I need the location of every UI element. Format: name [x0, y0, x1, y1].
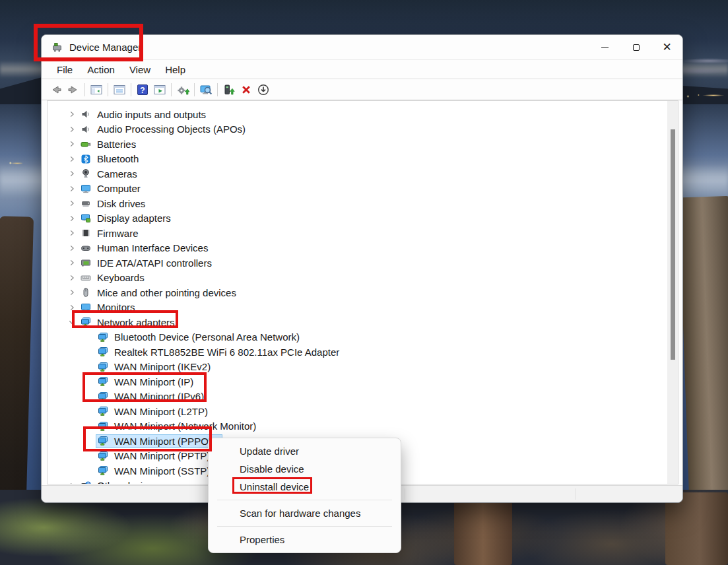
scrollbar-thumb[interactable] — [671, 129, 675, 360]
tree-item[interactable]: Keyboards — [48, 271, 667, 286]
menu-view[interactable]: View — [122, 64, 158, 75]
tree-item[interactable]: Firmware — [48, 226, 667, 241]
chevron-right-icon[interactable] — [65, 228, 79, 238]
tree-item[interactable]: Mice and other pointing devices — [48, 285, 667, 300]
tree-item[interactable]: Human Interface Devices — [48, 241, 667, 256]
tree-item-target[interactable]: WAN Miniport (L2TP) — [96, 405, 212, 418]
help-icon[interactable]: ? — [134, 82, 151, 98]
chevron-right-icon[interactable] — [65, 243, 79, 253]
chevron-right-icon[interactable] — [65, 109, 79, 119]
tree-item-target[interactable]: Monitors — [79, 300, 139, 314]
tree-item-target[interactable]: WAN Miniport (IPv6) — [96, 389, 208, 403]
chevron-right-icon[interactable] — [65, 302, 79, 313]
chevron-down-icon[interactable] — [65, 317, 79, 327]
chevron-right-icon[interactable] — [65, 481, 79, 484]
statusbar-separator — [575, 488, 576, 500]
tree-item[interactable]: Audio inputs and outputs — [48, 107, 667, 122]
tree-item[interactable]: IDE ATA/ATAPI controllers — [48, 255, 667, 271]
tree-item-target[interactable]: Mice and other pointing devices — [79, 286, 240, 300]
tree-item-target[interactable]: WAN Miniport (SSTP) — [96, 464, 214, 478]
update-driver-icon[interactable] — [220, 82, 238, 98]
tree-item-target[interactable]: WAN Miniport (PPPOE) — [96, 434, 222, 448]
context-menu-item-disable-device[interactable]: Disable device — [209, 460, 401, 478]
tree-item-target[interactable]: Cameras — [79, 167, 141, 181]
tree-item-target[interactable]: Batteries — [79, 137, 140, 151]
tree-item-target[interactable]: Bluetooth Device (Personal Area Network) — [96, 330, 304, 344]
network-icon — [98, 376, 108, 387]
tree-item[interactable]: WAN Miniport (IPv6) — [48, 389, 667, 405]
tree-item[interactable]: Realtek RTL8852BE WiFi 6 802.11ax PCIe A… — [48, 345, 667, 360]
chevron-right-icon[interactable] — [65, 273, 79, 283]
back-icon[interactable] — [48, 82, 65, 98]
tree-item-target[interactable]: Network adapters — [79, 316, 179, 329]
device-manager-icon — [51, 42, 63, 53]
action-pane-icon[interactable] — [151, 82, 168, 98]
tree-item-target[interactable]: Audio inputs and outputs — [79, 108, 210, 121]
close-button[interactable]: ✕ — [651, 35, 682, 59]
tree-item-target[interactable]: Audio Processing Objects (APOs) — [79, 122, 249, 136]
chevron-right-icon[interactable] — [65, 287, 79, 298]
chevron-right-icon[interactable] — [65, 198, 79, 209]
properties-pane-icon[interactable] — [111, 82, 128, 98]
disable-device-icon[interactable] — [255, 82, 272, 98]
maximize-icon — [633, 44, 640, 51]
update-driver-software-icon[interactable] — [174, 82, 191, 98]
svg-text:?: ? — [87, 482, 90, 484]
tree-item-target[interactable]: Human Interface Devices — [79, 241, 212, 255]
forward-icon[interactable] — [65, 82, 82, 98]
chevron-right-icon[interactable] — [65, 183, 79, 194]
menu-action[interactable]: Action — [80, 64, 122, 75]
tree-item-target[interactable]: ?Other devices — [79, 479, 162, 484]
scan-hardware-icon[interactable] — [197, 82, 215, 98]
tree-item[interactable]: WAN Miniport (IKEv2) — [48, 360, 667, 375]
tree-item[interactable]: Bluetooth Device (Personal Area Network) — [48, 330, 667, 345]
tree-item-target[interactable]: WAN Miniport (Network Monitor) — [96, 419, 260, 433]
tree-item[interactable]: WAN Miniport (IP) — [48, 374, 667, 389]
context-menu-item-update-driver[interactable]: Update driver — [209, 442, 401, 460]
tree-item[interactable]: Cameras — [48, 166, 667, 182]
tree-item-target[interactable]: Computer — [79, 182, 145, 195]
tree-item[interactable]: Computer — [48, 182, 667, 197]
minimize-button[interactable] — [589, 35, 620, 59]
tree-item-target[interactable]: Firmware — [79, 226, 143, 240]
maximize-button[interactable] — [620, 35, 651, 59]
tree-item-target[interactable]: Disk drives — [79, 197, 149, 211]
tree-item[interactable]: Batteries — [48, 137, 667, 152]
toolbar-separator — [108, 83, 108, 96]
tree-item[interactable]: Bluetooth — [48, 152, 667, 167]
tree-item-target[interactable]: Keyboards — [79, 271, 149, 284]
menu-file[interactable]: File — [50, 64, 80, 75]
chevron-right-icon[interactable] — [65, 213, 79, 224]
tree-item-target[interactable]: Bluetooth — [79, 152, 143, 166]
tree-item-target[interactable]: WAN Miniport (PPTP) — [96, 449, 214, 463]
tree-item-label: Display adapters — [97, 213, 171, 224]
tree-item[interactable]: Audio Processing Objects (APOs) — [48, 122, 667, 137]
uninstall-device-icon[interactable] — [238, 82, 255, 98]
tree-item[interactable]: Disk drives — [48, 196, 667, 211]
context-menu-item-scan-for-hardware-changes[interactable]: Scan for hardware changes — [209, 504, 401, 522]
disk-icon — [81, 198, 91, 209]
tree-item[interactable]: Network adapters — [48, 315, 667, 330]
tree-item-target[interactable]: Display adapters — [79, 211, 175, 225]
tree-item[interactable]: WAN Miniport (Network Monitor) — [48, 419, 667, 434]
tree-item[interactable]: Monitors — [48, 300, 667, 316]
tree-item-target[interactable]: IDE ATA/ATAPI controllers — [79, 256, 216, 270]
context-menu-item-uninstall-device[interactable]: Uninstall device — [209, 478, 401, 496]
firmware-icon — [81, 228, 91, 238]
chevron-right-icon[interactable] — [65, 139, 79, 149]
titlebar[interactable]: Device Manager ✕ — [42, 35, 682, 60]
chevron-right-icon[interactable] — [65, 154, 79, 164]
chevron-right-icon[interactable] — [65, 257, 79, 268]
context-menu-item-properties[interactable]: Properties — [209, 531, 401, 548]
chevron-right-icon[interactable] — [65, 124, 79, 135]
vertical-scrollbar[interactable] — [667, 101, 678, 484]
tree-item-target[interactable]: Realtek RTL8852BE WiFi 6 802.11ax PCIe A… — [96, 345, 343, 359]
menu-help[interactable]: Help — [158, 64, 193, 75]
tree-item-target[interactable]: WAN Miniport (IKEv2) — [96, 360, 215, 374]
chevron-right-icon[interactable] — [65, 168, 79, 179]
tree-item-label: Audio inputs and outputs — [97, 109, 206, 120]
tree-item[interactable]: Display adapters — [48, 211, 667, 226]
tree-item-target[interactable]: WAN Miniport (IP) — [96, 375, 197, 389]
show-console-tree-icon[interactable] — [88, 82, 105, 98]
tree-item[interactable]: WAN Miniport (L2TP) — [48, 404, 667, 419]
